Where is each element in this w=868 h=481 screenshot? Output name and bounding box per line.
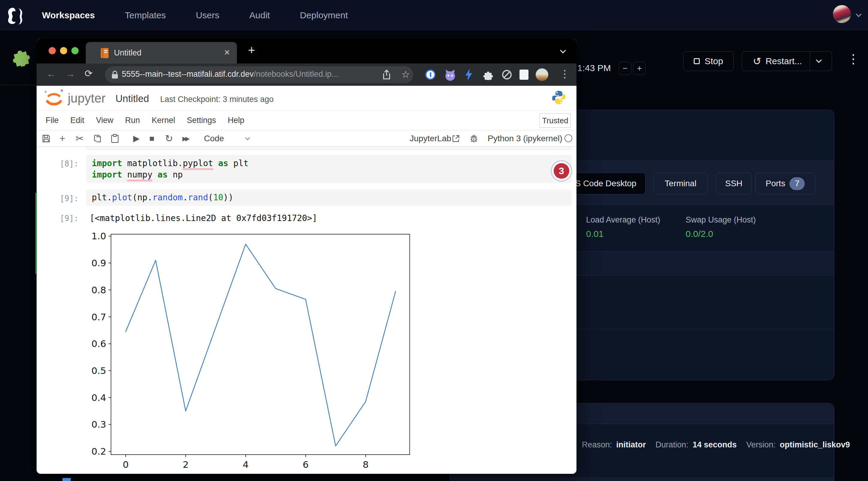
schedule-plus-button[interactable]: + — [633, 62, 646, 75]
reload-icon[interactable]: ⟳ — [85, 68, 93, 79]
svg-text:0.8: 0.8 — [91, 285, 106, 295]
browser-menu-icon[interactable]: ⋮ — [560, 68, 570, 80]
browser-profile-avatar[interactable] — [536, 68, 548, 81]
reason-label: Reason: — [582, 440, 612, 450]
coder-logo[interactable] — [7, 5, 25, 25]
nav-item-users[interactable]: Users — [196, 10, 219, 21]
menu-file[interactable]: File — [45, 116, 59, 125]
restart-label: Restart... — [766, 56, 802, 66]
active-indicator-bar — [35, 193, 37, 274]
svg-text:6: 6 — [303, 459, 309, 470]
onepassword-extension-icon[interactable] — [425, 70, 435, 80]
jupyter-logo-text: jupyter — [68, 91, 105, 105]
menu-help[interactable]: Help — [228, 116, 244, 125]
ports-button[interactable]: Ports 7 — [755, 173, 815, 194]
notebook-title[interactable]: Untitled — [116, 93, 149, 104]
load-average-stat: Load Average (Host) 0.01 — [586, 215, 660, 239]
svg-text:0: 0 — [123, 459, 129, 470]
save-icon[interactable] — [42, 130, 51, 147]
close-window-button[interactable] — [49, 47, 56, 54]
share-icon[interactable] — [383, 70, 391, 80]
duration-label: Duration: — [656, 440, 689, 450]
lightning-extension-icon[interactable] — [464, 68, 473, 81]
build-info: Reason: initiator Duration: 14 seconds V… — [582, 440, 850, 450]
forward-icon[interactable]: → — [65, 68, 75, 79]
terminal-label: Terminal — [665, 179, 696, 188]
run-all-icon[interactable]: ▶▶ — [182, 130, 188, 147]
address-bar[interactable]: 5555--main--test--matifali.atif.cdr.dev/… — [105, 66, 413, 83]
close-tab-icon[interactable]: ✕ — [224, 48, 230, 57]
browser-tab[interactable]: Untitled ✕ — [86, 42, 237, 64]
jupyterlab-link[interactable]: JupyterLab — [410, 130, 452, 147]
cell-output-text: [<matplotlib.lines.Line2D at 0x7fd03f191… — [90, 213, 317, 223]
extensions-puzzle-icon[interactable] — [483, 69, 493, 80]
jupyter-toolbar: + ✂ ▶ ■ ↻ ▶▶ Code JupyterLab Python 3 (i… — [37, 130, 577, 147]
svg-text:2: 2 — [183, 459, 189, 470]
svg-text:4: 4 — [243, 459, 249, 470]
code-cell[interactable]: plt.plot(np.random.rand(10)) — [86, 190, 571, 205]
restart-button[interactable]: ↺ Restart... — [742, 51, 832, 71]
insert-cell-icon[interactable]: + — [59, 130, 65, 147]
menu-kernel[interactable]: Kernel — [152, 116, 175, 125]
notebook-favicon — [100, 48, 109, 59]
badge-count: 3 — [554, 163, 569, 179]
code-cell[interactable]: import matplotlib.pyplot as plt import n… — [86, 155, 571, 183]
reason-value: initiator — [616, 440, 646, 450]
jupyter-header: jupyter Untitled Last Checkpoint: 3 minu… — [37, 86, 577, 111]
left-section-divider — [0, 85, 37, 85]
external-link-icon[interactable] — [452, 130, 460, 147]
back-icon[interactable]: ← — [46, 68, 56, 79]
nav-item-templates[interactable]: Templates — [125, 10, 166, 21]
nav-item-audit[interactable]: Audit — [249, 10, 270, 21]
svg-text:0.9: 0.9 — [91, 258, 106, 268]
blocker-extension-icon[interactable] — [501, 69, 512, 80]
debugger-bug-icon[interactable] — [470, 130, 478, 147]
bookmark-star-icon[interactable]: ☆ — [401, 69, 410, 80]
checkpoint-status: Last Checkpoint: 3 minutes ago — [160, 95, 274, 104]
menu-settings[interactable]: Settings — [187, 116, 216, 125]
load-average-label: Load Average (Host) — [586, 215, 660, 225]
nav-item-deployment[interactable]: Deployment — [300, 10, 348, 21]
ports-label: Ports — [766, 179, 785, 188]
minimize-window-button[interactable] — [60, 47, 67, 54]
menu-view[interactable]: View — [96, 116, 113, 125]
code-line: plt.plot(np.random.rand(10)) — [92, 192, 571, 203]
tab-search-chevron-icon[interactable] — [560, 47, 566, 53]
cat-extension-icon[interactable] — [444, 69, 456, 81]
svg-text:0.5: 0.5 — [91, 365, 106, 376]
trusted-button[interactable]: Trusted — [539, 114, 571, 128]
user-menu-chevron-icon[interactable] — [856, 11, 862, 17]
restart-divider — [810, 52, 810, 71]
version-label: Version: — [746, 440, 776, 450]
cell-type-select[interactable]: Code — [204, 130, 224, 147]
darkreader-extension-icon[interactable] — [520, 70, 528, 80]
cell-type-chevron-icon[interactable] — [245, 135, 250, 140]
terminal-button[interactable]: Terminal — [653, 173, 708, 194]
svg-text:8: 8 — [363, 459, 369, 470]
swap-usage-stat: Swap Usage (Host) 0.0/2.0 — [686, 215, 756, 239]
menu-run[interactable]: Run — [125, 116, 140, 125]
menu-edit[interactable]: Edit — [70, 116, 85, 125]
schedule-minus-button[interactable]: − — [619, 62, 631, 75]
notebook-area: [8]: import matplotlib.pyplot as plt imp… — [37, 147, 577, 474]
run-cell-icon[interactable]: ▶ — [133, 130, 140, 147]
swap-usage-label: Swap Usage (Host) — [686, 215, 756, 225]
restart-kernel-icon[interactable]: ↻ — [165, 130, 173, 147]
workspace-menu-button[interactable]: ⋮ — [847, 52, 860, 66]
new-tab-button[interactable]: + — [248, 43, 255, 57]
paste-icon[interactable] — [111, 130, 119, 147]
kernel-name[interactable]: Python 3 (ipykernel) — [488, 130, 562, 147]
url-path: /notebooks/Untitled.ip... — [254, 70, 338, 78]
cell-prompt: [8]: — [55, 159, 79, 168]
cut-icon[interactable]: ✂ — [75, 130, 84, 147]
notification-badge[interactable]: 3 — [551, 160, 572, 182]
interrupt-kernel-icon[interactable]: ■ — [149, 130, 154, 147]
maximize-window-button[interactable] — [71, 47, 79, 54]
kernel-status-icon — [564, 134, 572, 142]
copy-icon[interactable] — [94, 130, 102, 147]
stop-button[interactable]: Stop — [683, 51, 734, 71]
user-avatar[interactable] — [833, 5, 851, 23]
restart-chevron-icon[interactable] — [816, 57, 822, 63]
nav-item-workspaces[interactable]: Workspaces — [42, 10, 95, 21]
ssh-button[interactable]: SSH — [716, 173, 752, 194]
